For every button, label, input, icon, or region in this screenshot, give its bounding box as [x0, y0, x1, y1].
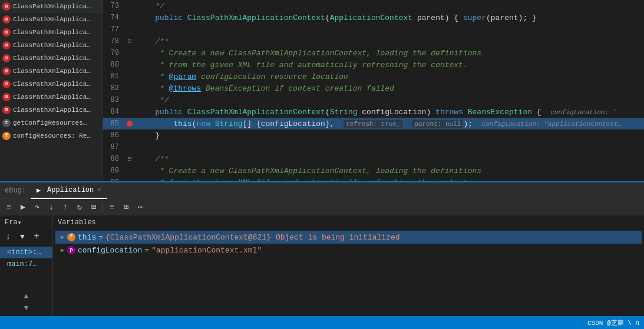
var-error-this: Object is being initialized: [276, 233, 400, 242]
code-line-77: 77: [103, 24, 644, 35]
line-num-88: 88: [103, 155, 124, 163]
var-icon-this: f: [67, 233, 75, 241]
line-content-86: }: [136, 131, 644, 140]
var-item-this[interactable]: ▶ f this = {ClassPathXmlApplicationConte…: [55, 231, 642, 244]
var-icon-configlocation: p: [67, 246, 75, 254]
frames-filter-btn[interactable]: ▼: [16, 231, 28, 242]
code-line-87: 87: [103, 141, 644, 153]
toolbar-table-btn[interactable]: ⊞: [120, 201, 133, 214]
code-line-84: 84 public ClassPathXmlApplicationContext…: [103, 106, 644, 118]
scroll-up-btn[interactable]: ▲: [21, 290, 32, 302]
line-num-82: 82: [103, 84, 124, 92]
sidebar-item-10[interactable]: f configResources: Re…: [0, 129, 103, 142]
line-content-85: this(new String[] {configLocation}, refr…: [136, 119, 644, 128]
sidebar-icon-8: m: [2, 106, 11, 114]
stack-frames: <init>:… main:7…: [0, 244, 52, 272]
var-equals-this: =: [98, 233, 103, 242]
line-content-89: * Create a new ClassPathXmlApplicationCo…: [136, 167, 644, 175]
scroll-down-btn[interactable]: ▼: [21, 302, 32, 314]
frames-header: Fra ▾: [0, 215, 52, 230]
sidebar-item-0[interactable]: m ClassPathXmlApplica…: [0, 0, 103, 13]
toolbar-resume-btn[interactable]: ▶: [16, 201, 29, 214]
sidebar-item-text-6: ClassPathXmlApplica…: [13, 81, 91, 88]
sidebar-item-text-7: ClassPathXmlApplica…: [13, 94, 91, 101]
variable-tree: ▶ f this = {ClassPathXmlApplicationConte…: [53, 230, 644, 316]
sidebar-item-text-1: ClassPathXmlApplica…: [13, 16, 91, 23]
var-expand-configlocation[interactable]: ▶: [58, 245, 67, 255]
frames-add-btn[interactable]: +: [31, 231, 42, 242]
sidebar-icon-5: m: [2, 67, 11, 75]
variables-panel: Variables ▶ f this = {ClassPathXmlApplic…: [53, 215, 644, 316]
toolbar-evaluate-btn[interactable]: ⊞: [87, 201, 100, 214]
sidebar-icon-1: m: [2, 15, 11, 24]
sidebar-icon-4: m: [2, 54, 11, 62]
scroll-arrows: ▲ ▼: [0, 288, 52, 316]
sidebar-item-text-8: ClassPathXmlApplica…: [13, 107, 91, 114]
var-name-configlocation: configLocation: [78, 246, 142, 255]
fold-icon-78[interactable]: ⊟: [128, 38, 131, 45]
status-bar: CSDN @芝麻 \ n: [0, 316, 644, 329]
line-content-74: public ClassPathXmlApplicationContext(Ap…: [136, 14, 644, 22]
frames-dropdown[interactable]: Fra ▾: [5, 218, 22, 227]
line-content-88: /**: [136, 155, 644, 164]
code-line-78: 78 ⊟ /**: [103, 35, 644, 47]
line-num-90: 90: [103, 178, 124, 181]
code-line-85: 85 this(new String[] {configLocation}, r…: [103, 118, 644, 129]
toolbar-step-out-btn[interactable]: ↑: [59, 201, 72, 214]
toolbar-more-btn[interactable]: ⋯: [134, 201, 147, 214]
main-container: m ClassPathXmlApplica… m ClassPathXmlApp…: [0, 0, 644, 329]
var-item-configlocation[interactable]: ▶ p configLocation = "applicationContext…: [55, 244, 642, 257]
stack-frame-main-label: main:7…: [7, 260, 37, 268]
code-line-83: 83 */: [103, 94, 644, 106]
line-content-82: * @throws BeansException if context crea…: [136, 84, 644, 93]
sidebar-item-text-9: getConfigResources…: [13, 119, 87, 127]
stack-frame-init[interactable]: <init>:…: [0, 247, 52, 258]
frames-panel: Fra ▾ ↓ ▼ + <init>:… main:7…: [0, 215, 53, 316]
line-gutter-88: ⊟: [124, 155, 136, 162]
line-num-89: 89: [103, 167, 124, 175]
debug-tab-label: Application: [47, 186, 94, 194]
sidebar-item-7[interactable]: m ClassPathXmlApplica…: [0, 91, 103, 104]
sidebar-item-text-5: ClassPathXmlApplica…: [13, 68, 91, 75]
toolbar-run-to-cursor-btn[interactable]: ↻: [73, 201, 86, 214]
toolbar-separator: [103, 202, 103, 212]
sidebar-item-3[interactable]: m ClassPathXmlApplica…: [0, 39, 103, 52]
variables-label: Variables: [58, 218, 96, 227]
sidebar-item-6[interactable]: m ClassPathXmlApplica…: [0, 78, 103, 91]
sidebar-item-8[interactable]: m ClassPathXmlApplica…: [0, 104, 103, 117]
code-line-89: 89 * Create a new ClassPathXmlApplicatio…: [103, 165, 644, 177]
var-expand-this[interactable]: ▶: [58, 232, 67, 242]
status-right: CSDN @芝麻 \ n: [587, 318, 639, 327]
line-content-80: * from the given XML file and automatica…: [136, 61, 644, 69]
code-line-82: 82 * @throws BeansException if context c…: [103, 82, 644, 94]
debug-tab-run-icon: ▶: [37, 186, 45, 194]
frames-down-btn[interactable]: ↓: [2, 231, 14, 242]
toolbar-rerun-btn[interactable]: ≡: [2, 201, 15, 214]
sidebar-item-5[interactable]: m ClassPathXmlApplica…: [0, 65, 103, 78]
sidebar-icon-7: m: [2, 93, 11, 101]
sidebar-item-4[interactable]: m ClassPathXmlApplica…: [0, 52, 103, 65]
fold-icon-88[interactable]: ⊟: [128, 155, 131, 162]
toolbar-settings-btn[interactable]: ≡: [105, 201, 118, 214]
debug-tab-application[interactable]: ▶ Application ×: [31, 182, 107, 199]
line-content-84: public ClassPathXmlApplicationContext(St…: [136, 108, 644, 117]
var-value-configlocation: "applicationContext.xml": [151, 246, 262, 255]
line-content-90: * from the given XML files and automatic…: [136, 178, 644, 182]
sidebar-item-1[interactable]: m ClassPathXmlApplica…: [0, 13, 103, 26]
toolbar-step-into-btn[interactable]: ↓: [45, 201, 58, 214]
sidebar-item-9[interactable]: t getConfigResources…: [0, 117, 103, 129]
file-sidebar: m ClassPathXmlApplica… m ClassPathXmlApp…: [0, 0, 103, 181]
stack-frame-init-label: <init>:…: [7, 248, 41, 257]
code-editor: 73 */ 74 public ClassPathXmlApplicationC…: [103, 0, 644, 181]
sidebar-icon-10: f: [2, 132, 11, 140]
sidebar-icon-0: m: [2, 2, 11, 11]
sidebar-item-2[interactable]: m ClassPathXmlApplica…: [0, 26, 103, 39]
variables-header: Variables: [53, 215, 644, 230]
line-content-79: * Create a new ClassPathXmlApplicationCo…: [136, 49, 644, 58]
debug-tab-close[interactable]: ×: [97, 187, 101, 194]
toolbar-step-over-btn[interactable]: ↷: [31, 201, 44, 214]
line-num-87: 87: [103, 143, 124, 151]
stack-frame-main[interactable]: main:7…: [0, 258, 52, 270]
debug-toolbar: ≡ ▶ ↷ ↓ ↑ ↻ ⊞ ≡ ⊞ ⋯: [0, 199, 644, 215]
line-num-84: 84: [103, 108, 124, 116]
